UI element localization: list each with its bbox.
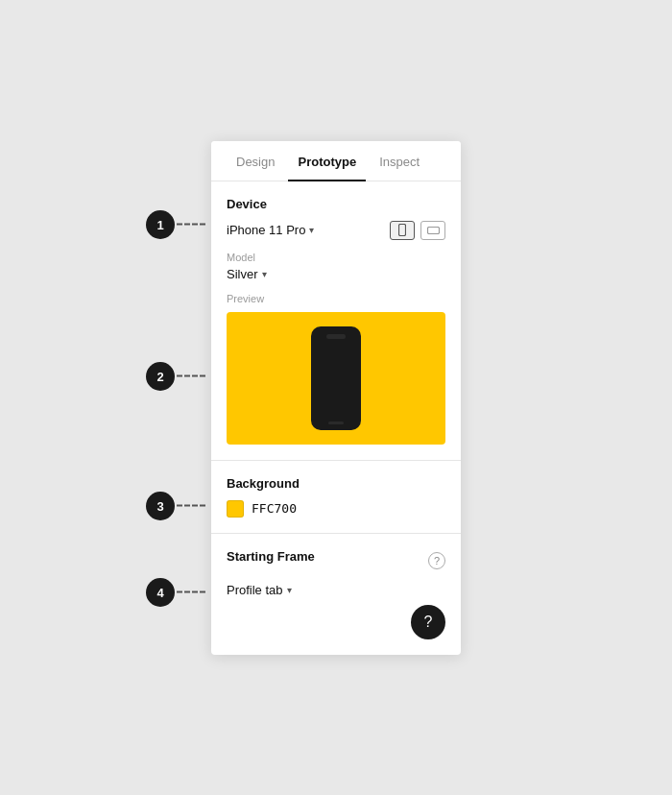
tab-bar: Design Prototype Inspect [211,141,461,181]
model-selector[interactable]: Silver ▾ [227,267,445,281]
background-section-title: Background [227,476,445,491]
annotation-label: 4 [156,586,163,600]
starting-frame-section: Starting Frame ? Profile tab ▾ ? [211,534,461,655]
starting-frame-title: Starting Frame [227,549,315,564]
device-selector[interactable]: iPhone 11 Pro ▾ [227,223,314,237]
help-icon: ? [424,614,433,631]
color-hex-value: FFC700 [252,501,297,516]
annotation-2: 2 [146,362,175,391]
color-swatch[interactable] [227,500,244,518]
iphone-silhouette [311,326,361,430]
chevron-down-icon: ▾ [287,585,292,595]
annotation-label: 1 [156,218,163,232]
tab-prototype[interactable]: Prototype [288,141,366,181]
panel: Design Prototype Inspect Device iPhone 1… [211,141,461,655]
landscape-orientation-button[interactable] [420,221,445,240]
device-section-title: Device [227,197,445,211]
device-row: iPhone 11 Pro ▾ [227,221,445,240]
orientation-buttons [390,221,445,240]
tab-design[interactable]: Design [227,141,284,181]
annotation-3: 3 [146,492,175,520]
help-button[interactable]: ? [411,605,445,639]
device-section: Device iPhone 11 Pro ▾ Model [211,181,461,461]
model-label: Model [227,252,445,263]
annotation-label: 2 [156,370,163,384]
background-section: Background FFC700 [211,461,461,534]
chevron-down-icon: ▾ [262,269,267,279]
chevron-down-icon: ▾ [309,225,314,235]
annotation-4: 4 [146,578,175,607]
color-row: FFC700 [227,500,445,518]
preview-label: Preview [227,293,445,304]
device-name: iPhone 11 Pro [227,223,305,237]
svg-rect-0 [399,225,406,236]
annotation-1: 1 [146,210,175,239]
annotation-label: 3 [156,499,163,514]
frame-selector[interactable]: Profile tab ▾ [227,583,445,597]
portrait-orientation-button[interactable] [390,221,415,240]
preview-area [227,312,445,445]
frame-name: Profile tab [227,583,283,597]
starting-frame-header: Starting Frame ? [227,549,445,573]
info-icon[interactable]: ? [428,552,445,569]
tab-inspect[interactable]: Inspect [370,141,429,181]
model-value: Silver [227,267,258,281]
svg-rect-1 [427,227,439,233]
